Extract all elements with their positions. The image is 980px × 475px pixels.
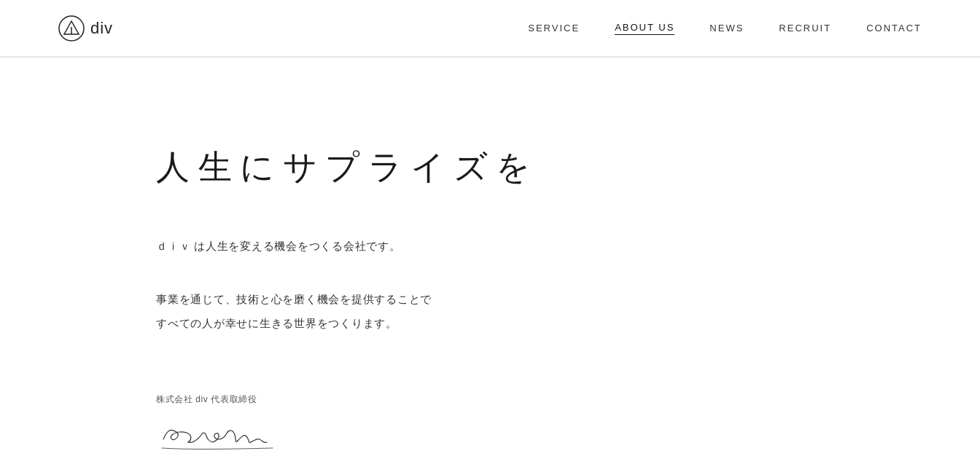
nav-news[interactable]: NEWS: [709, 23, 744, 34]
description-block-2: 事業を通じて、技術と心を磨く機会を提供することで すべての人が幸せに生きる世界を…: [156, 287, 980, 335]
description-block: ｄｉｖ は人生を変える機会をつくる会社です。: [156, 234, 980, 258]
signature: [156, 417, 980, 457]
nav-about-us[interactable]: ABOUT US: [615, 22, 674, 35]
company-info: 株式会社 div 代表取締役: [156, 393, 980, 457]
signature-svg: [156, 417, 287, 454]
nav-recruit[interactable]: RECRUIT: [779, 23, 831, 34]
company-label: 株式会社 div 代表取締役: [156, 393, 980, 406]
main-nav: SERVICE ABOUT US NEWS RECRUIT CONTACT: [528, 22, 922, 35]
main-content: 人生にサプライズを ｄｉｖ は人生を変える機会をつくる会社です。 事業を通じて、…: [0, 58, 980, 475]
description-line-1: ｄｉｖ は人生を変える機会をつくる会社です。: [156, 234, 980, 258]
nav-contact[interactable]: CONTACT: [866, 23, 922, 34]
description-line-2: 事業を通じて、技術と心を磨く機会を提供することで: [156, 287, 980, 311]
page-headline: 人生にサプライズを: [156, 145, 980, 190]
logo-icon: [58, 15, 85, 42]
logo-text: div: [90, 19, 113, 38]
nav-service[interactable]: SERVICE: [528, 23, 580, 34]
logo-link[interactable]: div: [58, 15, 113, 42]
site-header: div SERVICE ABOUT US NEWS RECRUIT CONTAC…: [0, 0, 980, 57]
description-line-3: すべての人が幸せに生きる世界をつくります。: [156, 311, 980, 335]
